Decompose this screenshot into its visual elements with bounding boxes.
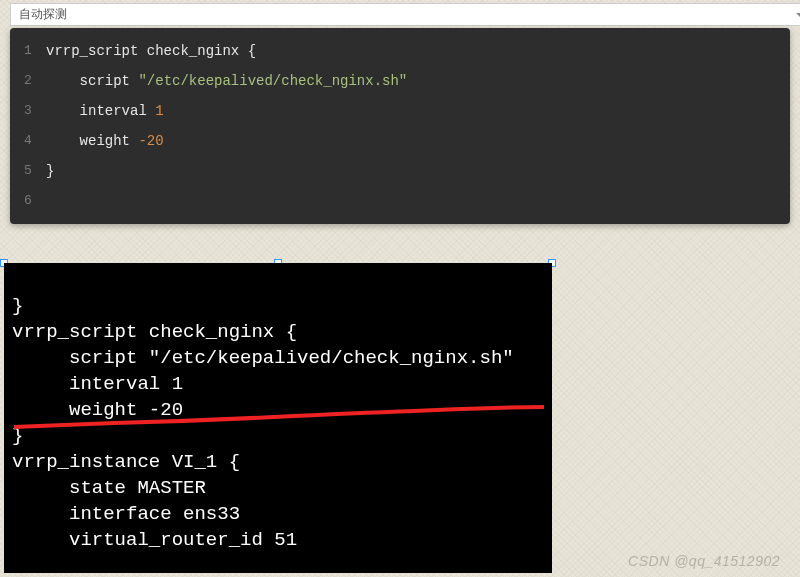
code-line: 1 vrrp_script check_nginx { (10, 36, 790, 66)
line-number: 4 (10, 126, 46, 156)
terminal-line: } (12, 425, 23, 447)
code-line: 3 interval 1 (10, 96, 790, 126)
terminal-line: script "/etc/keepalived/check_nginx.sh" (12, 347, 514, 369)
terminal-line: vrrp_script check_nginx { (12, 321, 297, 343)
line-number: 5 (10, 156, 46, 186)
terminal-line: state MASTER (12, 477, 206, 499)
terminal-screenshot[interactable]: } vrrp_script check_nginx { script "/etc… (4, 263, 552, 573)
code-line: 4 weight -20 (10, 126, 790, 156)
line-content (46, 186, 790, 216)
line-content: weight -20 (46, 126, 790, 156)
line-content: vrrp_script check_nginx { (46, 36, 790, 66)
line-content: } (46, 156, 790, 186)
terminal-line: interface ens33 (12, 503, 240, 525)
line-content: interval 1 (46, 96, 790, 126)
line-number: 1 (10, 36, 46, 66)
terminal-line: } (12, 295, 23, 317)
code-editor: 1 vrrp_script check_nginx { 2 script "/e… (10, 28, 790, 224)
code-line: 5 } (10, 156, 790, 186)
watermark: CSDN @qq_41512902 (628, 553, 780, 569)
line-number: 3 (10, 96, 46, 126)
line-number: 2 (10, 66, 46, 96)
language-detect-dropdown[interactable]: 自动探测 (10, 3, 800, 26)
line-number: 6 (10, 186, 46, 216)
terminal-line: weight -20 (12, 399, 183, 421)
terminal-line: virtual_router_id 51 (12, 529, 297, 551)
code-line: 2 script "/etc/keepalived/check_nginx.sh… (10, 66, 790, 96)
dropdown-label: 自动探测 (19, 7, 67, 21)
terminal-line: vrrp_instance VI_1 { (12, 451, 240, 473)
code-line: 6 (10, 186, 790, 216)
terminal-line: interval 1 (12, 373, 183, 395)
line-content: script "/etc/keepalived/check_nginx.sh" (46, 66, 790, 96)
terminal-content: } vrrp_script check_nginx { script "/etc… (4, 263, 552, 573)
